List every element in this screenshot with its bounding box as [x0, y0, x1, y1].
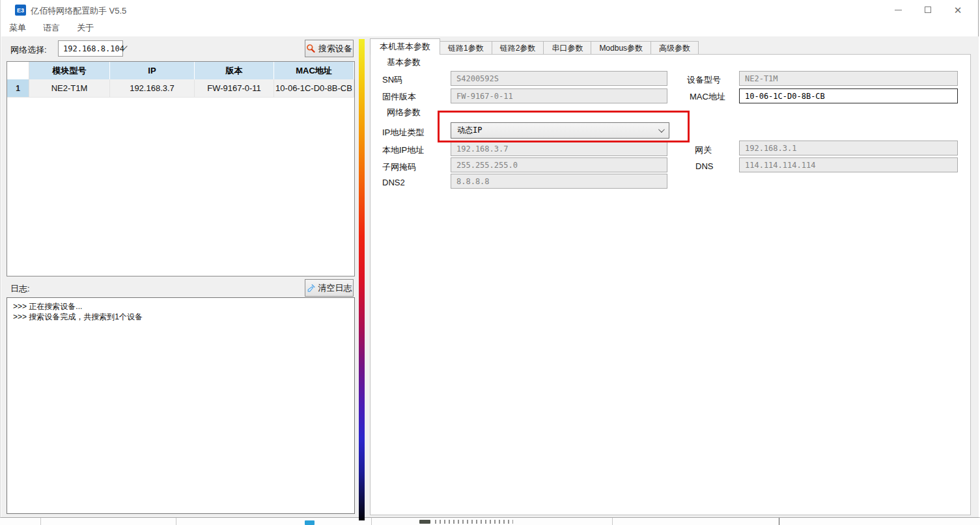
mac-label: MAC地址 [690, 91, 725, 103]
group-basic-title: 基本参数 [384, 57, 424, 68]
ip-type-value: 动态IP [457, 125, 482, 136]
window-title: 亿佰特网络配置助手 V5.5 [31, 5, 126, 17]
log-output[interactable]: >>> 正在搜索设备... >>> 搜索设备完成，共搜索到1个设备 [7, 297, 355, 514]
gateway-input [739, 141, 958, 155]
background-artifact [779, 518, 779, 525]
subnet-label: 子网掩码 [382, 161, 416, 173]
tab-basic-params[interactable]: 本机基本参数 [370, 38, 440, 55]
log-line: >>> 正在搜索设备... [13, 301, 348, 312]
ip-type-label: IP地址类型 [382, 127, 424, 139]
network-select-dropdown[interactable]: 192.168.8.104 [58, 40, 123, 57]
background-artifact [40, 518, 41, 525]
cell-mac: 10-06-1C-D0-8B-CB [274, 79, 354, 98]
log-label: 日志: [10, 283, 30, 295]
subnet-input [451, 157, 667, 172]
search-devices-button[interactable]: 搜索设备 [305, 40, 354, 57]
tab-modbus-params[interactable]: Modbus参数 [591, 41, 651, 55]
row-number: 1 [7, 79, 29, 98]
dns-input [739, 157, 958, 172]
search-devices-label: 搜索设备 [318, 43, 352, 55]
sn-input [451, 71, 667, 86]
close-icon: ✕ [954, 5, 962, 15]
column-header-version[interactable]: 版本 [195, 62, 274, 79]
maximize-icon [925, 7, 931, 13]
column-header-ip[interactable]: IP [110, 62, 195, 79]
tab-bar: 本机基本参数 链路1参数 链路2参数 串口参数 Modbus参数 高级参数 [370, 39, 698, 55]
tab-advanced-params[interactable]: 高级参数 [651, 41, 699, 55]
close-button[interactable]: ✕ [943, 0, 973, 20]
cell-model: NE2-T1M [29, 79, 110, 98]
tab-link2-params[interactable]: 链路2参数 [492, 41, 544, 55]
log-line: >>> 搜索设备完成，共搜索到1个设备 [13, 312, 348, 322]
broom-icon [307, 284, 316, 293]
table-row[interactable]: 1 NE2-T1M 192.168.3.7 FW-9167-0-11 10-06… [7, 79, 354, 98]
table-corner-cell [7, 62, 29, 79]
clear-log-button[interactable]: 清空日志 [305, 279, 354, 297]
firmware-input [451, 88, 667, 103]
model-input [739, 71, 958, 86]
dns-label: DNS [695, 161, 713, 171]
mac-input[interactable] [739, 88, 958, 103]
app-logo-icon: E3 [15, 5, 26, 16]
local-ip-input [451, 141, 667, 156]
minimize-icon [895, 10, 902, 10]
local-ip-label: 本地IP地址 [382, 144, 424, 156]
background-artifact [371, 518, 372, 525]
maximize-button[interactable] [913, 0, 943, 20]
column-header-mac[interactable]: MAC地址 [274, 62, 354, 79]
model-label: 设备型号 [687, 74, 721, 86]
menu-item-language[interactable]: 语言 [35, 20, 68, 36]
cell-ip: 192.168.3.7 [110, 79, 195, 98]
background-artifact [305, 520, 315, 525]
main-content: 网络选择: 192.168.8.104 搜索设备 模块型号 IP 版本 [1, 36, 979, 517]
column-header-model[interactable]: 模块型号 [29, 62, 110, 79]
background-artifact [419, 520, 430, 524]
tab-serial-params[interactable]: 串口参数 [543, 41, 591, 55]
app-window: E3 亿佰特网络配置助手 V5.5 ✕ 菜单 语言 关于 网络选择: 192.1… [0, 0, 979, 518]
screen: E3 亿佰特网络配置助手 V5.5 ✕ 菜单 语言 关于 网络选择: 192.1… [0, 0, 980, 525]
minimize-button[interactable] [883, 0, 913, 20]
dns2-input [451, 174, 667, 189]
chevron-down-icon [658, 126, 665, 133]
menu-item-about[interactable]: 关于 [68, 20, 102, 36]
firmware-label: 固件版本 [382, 91, 416, 103]
menu-bar: 菜单 语言 关于 [1, 20, 978, 36]
network-select-label: 网络选择: [10, 44, 47, 56]
network-select-value: 192.168.8.104 [63, 44, 124, 53]
group-network-title: 网络参数 [384, 107, 424, 118]
menu-item-main[interactable]: 菜单 [1, 20, 35, 36]
background-artifact [612, 518, 613, 525]
cell-version: FW-9167-0-11 [195, 79, 274, 98]
gateway-label: 网关 [695, 144, 712, 156]
device-table[interactable]: 模块型号 IP 版本 MAC地址 1 NE2-T1M 192.168.3.7 F… [7, 61, 355, 276]
sn-label: SN码 [382, 74, 402, 86]
search-icon [306, 44, 316, 53]
clear-log-label: 清空日志 [318, 282, 352, 294]
title-bar[interactable]: E3 亿佰特网络配置助手 V5.5 ✕ [1, 0, 978, 20]
tab-link1-params[interactable]: 链路1参数 [440, 41, 492, 55]
table-header-row: 模块型号 IP 版本 MAC地址 [7, 62, 354, 79]
background-artifact [176, 518, 176, 525]
ip-type-dropdown[interactable]: 动态IP [451, 122, 669, 139]
window-controls: ✕ [883, 0, 973, 20]
dns2-label: DNS2 [382, 178, 405, 187]
panel-divider[interactable] [359, 39, 365, 520]
background-artifact [435, 520, 513, 524]
